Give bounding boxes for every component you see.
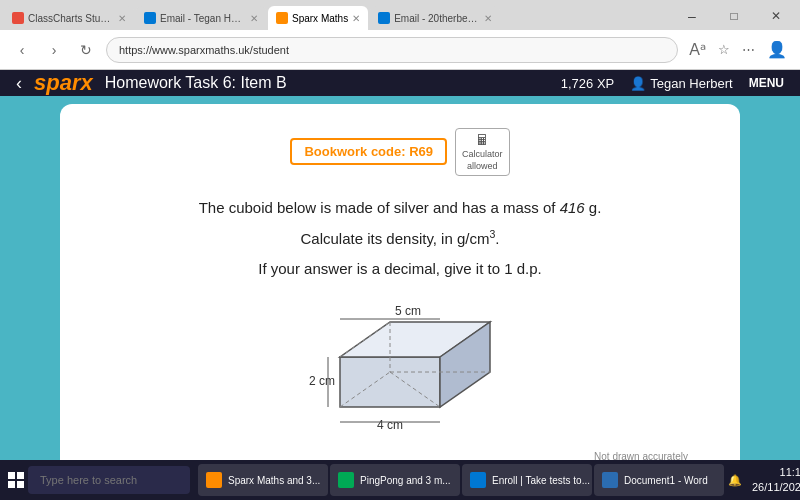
- tab-favicon-email2: [378, 12, 390, 24]
- url-field[interactable]: https://www.sparxmaths.uk/student: [106, 37, 678, 63]
- calculator-line1: Calculator: [462, 149, 503, 161]
- taskbar-app-pingpong[interactable]: PingPong and 3 m...: [330, 464, 460, 496]
- taskbar-apps: Sparx Maths and 3... PingPong and 3 m...…: [198, 464, 724, 496]
- svg-text:4 cm: 4 cm: [377, 418, 403, 432]
- sparx-user-display: 👤 Tegan Herbert: [630, 76, 732, 91]
- tab-close-sparx[interactable]: ✕: [352, 13, 360, 24]
- tab-bar: // Tabs rendered inline below via templa…: [0, 0, 800, 30]
- sparx-content: Bookwork code: R69 🖩 Calculator allowed …: [0, 96, 800, 500]
- taskbar-time-value: 11:16: [752, 465, 800, 480]
- browser-star-icon[interactable]: ☆: [715, 40, 733, 59]
- taskbar-app-sparx[interactable]: Sparx Maths and 3...: [198, 464, 328, 496]
- calculator-icon: 🖩: [475, 131, 489, 149]
- sparx-task-title: Homework Task 6: Item B: [105, 74, 287, 92]
- sparx-xp-display: 1,726 XP: [561, 76, 615, 91]
- tab-close-email2[interactable]: ✕: [484, 13, 492, 24]
- tab-label-email1: Email - Tegan Helen - Outlook: [160, 13, 246, 24]
- browser-profile-icon[interactable]: Aᵃ: [686, 38, 709, 61]
- tab-favicon-sparx: [276, 12, 288, 24]
- sparx-back-button[interactable]: ‹: [16, 73, 22, 94]
- bookwork-code: Bookwork code: R69: [290, 138, 447, 165]
- calculator-line2: allowed: [467, 161, 498, 173]
- window-maximize-button[interactable]: □: [714, 2, 754, 30]
- svg-rect-14: [8, 472, 15, 479]
- tab-email2[interactable]: Email - 20therbert - Outlook ✕: [370, 6, 500, 30]
- tab-favicon-classcharts: [12, 12, 24, 24]
- tab-email1[interactable]: Email - Tegan Helen - Outlook ✕: [136, 6, 266, 30]
- question-line2: Calculate its density, in g/cm3.: [301, 226, 500, 251]
- tab-classcharts[interactable]: ClassCharts Student App ✕: [4, 6, 134, 30]
- taskbar-search-input[interactable]: [28, 466, 190, 494]
- tab-sparx[interactable]: Sparx Maths ✕: [268, 6, 368, 30]
- browser-refresh-button[interactable]: ↻: [74, 38, 98, 62]
- question-line3: If your answer is a decimal, give it to …: [258, 257, 541, 281]
- sparx-header-right: 1,726 XP 👤 Tegan Herbert MENU: [561, 76, 784, 91]
- browser-back-button[interactable]: ‹: [10, 38, 34, 62]
- taskbar-app-pingpong-label: PingPong and 3 m...: [360, 475, 451, 486]
- url-text: https://www.sparxmaths.uk/student: [119, 44, 289, 56]
- calculator-badge: 🖩 Calculator allowed: [455, 128, 510, 176]
- sparx-header: ‹ sparx Homework Task 6: Item B 1,726 XP…: [0, 70, 800, 96]
- taskbar-word-icon: [602, 472, 618, 488]
- tab-close-classcharts[interactable]: ✕: [118, 13, 126, 24]
- taskbar-enroll-icon: [470, 472, 486, 488]
- question-card: Bookwork code: R69 🖩 Calculator allowed …: [60, 104, 740, 500]
- taskbar-app-enroll[interactable]: Enroll | Take tests to...: [462, 464, 592, 496]
- taskbar-date-value: 26/11/2022: [752, 480, 800, 495]
- sparx-app: ‹ sparx Homework Task 6: Item B 1,726 XP…: [0, 70, 800, 500]
- taskbar: Sparx Maths and 3... PingPong and 3 m...…: [0, 460, 800, 500]
- window-minimize-button[interactable]: –: [672, 2, 712, 30]
- tab-favicon-email1: [144, 12, 156, 24]
- mass-value: 416: [560, 199, 585, 216]
- cuboid-diagram: 5 cm 2 cm 4 cm: [260, 297, 540, 447]
- taskbar-clock: 11:16 26/11/2022: [752, 465, 800, 496]
- user-icon: 👤: [630, 76, 646, 91]
- sparx-logo: sparx: [34, 70, 93, 96]
- taskbar-start-button[interactable]: [8, 464, 24, 496]
- taskbar-notification-icon[interactable]: 🔔: [728, 474, 742, 487]
- svg-rect-15: [17, 472, 24, 479]
- tab-close-email1[interactable]: ✕: [250, 13, 258, 24]
- window-close-button[interactable]: ✕: [756, 2, 796, 30]
- svg-rect-16: [8, 481, 15, 488]
- taskbar-sparx-icon: [206, 472, 222, 488]
- taskbar-app-word[interactable]: Document1 - Word: [594, 464, 724, 496]
- browser-forward-button[interactable]: ›: [42, 38, 66, 62]
- browser-user-icon[interactable]: 👤: [764, 38, 790, 61]
- bookwork-bar: Bookwork code: R69 🖩 Calculator allowed: [290, 128, 509, 176]
- browser-settings-icon[interactable]: ⋯: [739, 40, 758, 59]
- taskbar-right: 🔔 11:16 26/11/2022 ▭: [728, 465, 800, 496]
- browser-actions: Aᵃ ☆ ⋯ 👤: [686, 38, 790, 61]
- taskbar-app-enroll-label: Enroll | Take tests to...: [492, 475, 590, 486]
- tab-label-email2: Email - 20therbert - Outlook: [394, 13, 480, 24]
- svg-rect-17: [17, 481, 24, 488]
- tab-label-classcharts: ClassCharts Student App: [28, 13, 114, 24]
- question-line1: The cuboid below is made of silver and h…: [199, 196, 602, 220]
- svg-text:5 cm: 5 cm: [395, 304, 421, 318]
- taskbar-app-sparx-label: Sparx Maths and 3...: [228, 475, 320, 486]
- sparx-menu-button[interactable]: MENU: [749, 76, 784, 90]
- svg-text:2 cm: 2 cm: [309, 374, 335, 388]
- taskbar-pingpong-icon: [338, 472, 354, 488]
- address-bar: ‹ › ↻ https://www.sparxmaths.uk/student …: [0, 30, 800, 70]
- tab-label-sparx: Sparx Maths: [292, 13, 348, 24]
- taskbar-app-word-label: Document1 - Word: [624, 475, 708, 486]
- user-name: Tegan Herbert: [650, 76, 732, 91]
